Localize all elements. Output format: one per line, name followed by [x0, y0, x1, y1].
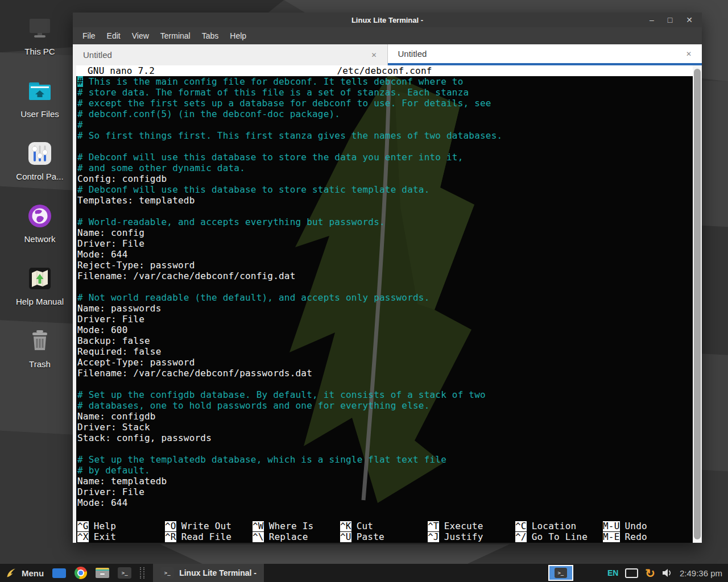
shortcut-key: ^O	[165, 521, 176, 531]
task-button-terminal[interactable]: >_ Linux Lite Terminal -	[153, 564, 264, 582]
tab-close-icon[interactable]: ✕	[686, 50, 692, 58]
shortcut-label: Go To Line	[532, 531, 588, 542]
volume-icon[interactable]	[662, 568, 673, 577]
terminal-window: Linux Lite Terminal - – □ ✕ FileEditView…	[73, 13, 702, 543]
computer-icon	[25, 14, 55, 43]
desktop-icon-help-manual[interactable]: Help Manual	[5, 264, 75, 310]
nano-line: Reject-Type: password	[77, 260, 690, 271]
shortcut-replace: ^\Replace	[253, 531, 340, 542]
menu-file[interactable]: File	[77, 31, 101, 40]
desktop-icon-label: Help Manual	[16, 297, 64, 306]
linux-lite-logo-icon	[6, 567, 17, 579]
window-title: Linux Lite Terminal -	[351, 16, 423, 24]
shortcut-justify: ^JJustify	[428, 531, 515, 542]
panel-grip[interactable]	[140, 567, 144, 579]
nano-line: # Debconf will use this database to stor…	[77, 152, 690, 163]
nano-line: # World-readable, and accepts everything…	[77, 217, 690, 227]
desktop-icon-label: Control Pa...	[16, 172, 63, 181]
close-icon[interactable]: ✕	[686, 16, 693, 24]
menu-edit[interactable]: Edit	[101, 31, 126, 40]
archive-drawer-icon[interactable]	[96, 568, 109, 578]
shortcut-key: ^U	[340, 532, 351, 542]
shortcut-label: Read File	[181, 531, 232, 542]
desktop-icon-user-files[interactable]: User Files	[5, 76, 75, 123]
clock[interactable]: 2:49:36 pm	[680, 568, 722, 578]
shortcut-key: ^K	[340, 521, 351, 531]
shortcut-label: Undo	[625, 521, 647, 531]
tray-terminal-icon[interactable]: >_	[548, 565, 573, 581]
nano-line: Name: passwords	[77, 303, 690, 314]
nano-line: # databases, one to hold passwords and o…	[77, 400, 690, 411]
updates-icon[interactable]: ↻	[645, 567, 655, 579]
sliders-icon	[25, 139, 55, 168]
nano-line: Name: configdb	[77, 411, 690, 422]
globe-icon	[25, 201, 55, 231]
nano-line: Driver: File	[77, 314, 690, 325]
menu-help[interactable]: Help	[224, 31, 252, 40]
shortcut-help: ^GHelp	[77, 521, 165, 531]
display-icon[interactable]	[625, 568, 638, 578]
nano-line: # Not world readable (the default), and …	[77, 292, 690, 303]
desktop-icon-list: This PC User Files	[5, 14, 75, 389]
nano-line: # Set up the configdb database. By defau…	[77, 389, 690, 400]
manual-map-icon	[25, 264, 55, 293]
shortcut-location: ^CLocation	[515, 521, 603, 531]
nano-line: Mode: 644	[77, 497, 690, 508]
nano-shortcuts: ^GHelp^OWrite Out^WWhere Is^KCut^TExecut…	[77, 521, 690, 542]
taskbar: Menu >_ >_ Linux Lite Terminal - >_ EN ↻…	[0, 564, 728, 582]
shortcut-key: ^C	[515, 521, 527, 531]
terminal-launcher-icon[interactable]: >_	[118, 567, 131, 579]
nano-line: # So first things first. This first stan…	[77, 130, 690, 141]
shortcut-key: ^G	[77, 521, 89, 531]
desktop: This PC User Files	[0, 0, 728, 582]
nano-line: Name: templatedb	[77, 476, 690, 487]
desktop-icon-network[interactable]: Network	[5, 201, 75, 248]
minimize-icon[interactable]: –	[650, 16, 654, 24]
nano-line: Filename: /var/cache/debconf/passwords.d…	[77, 368, 690, 379]
menu-button[interactable]: Menu	[6, 567, 44, 579]
shortcut-write-out: ^OWrite Out	[165, 521, 253, 531]
shortcut-label: Redo	[625, 531, 647, 542]
titlebar[interactable]: Linux Lite Terminal - – □ ✕	[73, 13, 702, 27]
desktop-icon-this-pc[interactable]: This PC	[5, 14, 75, 60]
menu-label: Menu	[22, 568, 44, 578]
tab-untitled-2[interactable]: Untitled ✕	[388, 44, 702, 65]
scrollbar-thumb[interactable]	[694, 69, 701, 539]
shortcut-label: Cut	[357, 521, 374, 531]
shortcut-key: M-U	[603, 521, 620, 531]
terminal-view[interactable]: GNU nano 7.2 /etc/debconf.conf # This is…	[73, 65, 702, 543]
maximize-icon[interactable]: □	[668, 16, 672, 24]
chrome-icon[interactable]	[75, 567, 87, 579]
nano-line: Mode: 600	[77, 325, 690, 335]
nano-line	[77, 206, 690, 217]
nano-line	[77, 379, 690, 389]
tab-bar: Untitled ✕ Untitled ✕	[73, 44, 702, 65]
nano-line: #	[77, 119, 690, 130]
menu-tabs[interactable]: Tabs	[196, 31, 225, 40]
desktop-icon-control-panel[interactable]: Control Pa...	[5, 139, 75, 185]
shortcut-label: Justify	[444, 531, 483, 542]
nano-line: # by default.	[77, 465, 690, 476]
tab-close-icon[interactable]: ✕	[371, 51, 377, 59]
menu-view[interactable]: View	[126, 31, 155, 40]
nano-line: # store data. The format of this file is…	[77, 87, 690, 98]
nano-line: Config: configdb	[77, 173, 690, 184]
nano-line: Accept-Type: password	[77, 357, 690, 368]
shortcut-key: ^T	[428, 521, 439, 531]
tab-untitled-1[interactable]: Untitled ✕	[73, 44, 388, 65]
shortcut-key: ^R	[165, 532, 176, 542]
desktop-icon-trash[interactable]: Trash	[5, 326, 75, 373]
nano-line	[77, 443, 690, 454]
nano-shortcuts-row2: ^XExit^RRead File^\Replace^UPaste^JJusti…	[77, 531, 690, 542]
shortcut-key: ^J	[428, 532, 439, 542]
shortcut-label: Paste	[357, 531, 384, 542]
file-manager-icon[interactable]	[52, 568, 66, 578]
nano-line: Required: false	[77, 346, 690, 357]
menu-terminal[interactable]: Terminal	[155, 31, 196, 40]
shortcut-label: Write Out	[181, 521, 232, 531]
home-folder-icon	[25, 76, 55, 106]
keyboard-layout-indicator[interactable]: EN	[607, 568, 618, 577]
scrollbar[interactable]	[693, 65, 702, 543]
nano-line: Templates: templatedb	[77, 195, 690, 206]
nano-content: # This is the main config file for debco…	[77, 76, 690, 508]
